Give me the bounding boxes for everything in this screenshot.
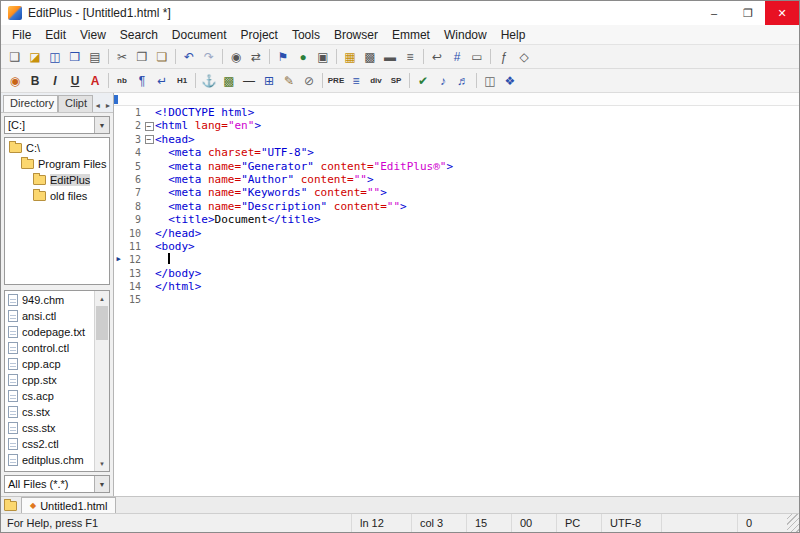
paste-button[interactable]: ❏ — [152, 47, 172, 67]
scrollbar-thumb[interactable] — [96, 306, 108, 340]
horizontal-rule-button[interactable]: — — [239, 71, 259, 91]
word-wrap-button[interactable]: ↩ — [427, 47, 447, 67]
editplus-logo-icon[interactable] — [8, 6, 22, 20]
document-selector-button[interactable]: ≡ — [400, 47, 420, 67]
tree-item[interactable]: EditPlus — [5, 172, 109, 188]
code-line[interactable]: 14</html> — [114, 280, 799, 293]
save-button[interactable]: ◫ — [45, 47, 65, 67]
code-line[interactable]: 8 <meta name="Description" content=""> — [114, 200, 799, 213]
code-lines[interactable]: 1<!DOCTYPE html>2−<html lang="en">3−<hea… — [114, 106, 799, 496]
file-item[interactable]: ansi.ctl — [5, 308, 94, 324]
tree-item[interactable]: C:\ — [5, 140, 109, 156]
replace-button[interactable]: ⇄ — [246, 47, 266, 67]
tab-cliptext[interactable]: Clipt — [58, 95, 93, 112]
new-view-button[interactable]: ❖ — [500, 71, 520, 91]
open-file-button[interactable]: ◪ — [25, 47, 45, 67]
drive-selector[interactable]: [C:] ▼ — [4, 116, 110, 134]
scrollbar-track[interactable] — [95, 306, 109, 456]
font-color-button[interactable]: A — [85, 71, 105, 91]
bold-button[interactable]: B — [25, 71, 45, 91]
file-item[interactable]: control.ctl — [5, 340, 94, 356]
nonbreaking-space-button[interactable]: nb — [112, 71, 132, 91]
audio-button[interactable]: ♪ — [433, 71, 453, 91]
code-line[interactable]: 7 <meta name="Keywords" content=""> — [114, 186, 799, 199]
menu-file[interactable]: File — [5, 26, 38, 44]
file-item[interactable]: cpp.stx — [5, 372, 94, 388]
menu-search[interactable]: Search — [113, 26, 165, 44]
menu-document[interactable]: Document — [165, 26, 234, 44]
toggle-bookmark-button[interactable]: ⚑ — [273, 47, 293, 67]
minimize-button[interactable]: – — [697, 1, 731, 25]
image-button[interactable]: ▩ — [219, 71, 239, 91]
output-window-button[interactable]: ▬ — [380, 47, 400, 67]
menu-project[interactable]: Project — [234, 26, 285, 44]
code-line[interactable]: 9 <title>Document</title> — [114, 213, 799, 226]
browser-preview-button[interactable]: ● — [293, 47, 313, 67]
cut-button[interactable]: ✂ — [112, 47, 132, 67]
menu-browser[interactable]: Browser — [327, 26, 385, 44]
line-break-button[interactable]: ↵ — [152, 71, 172, 91]
tab-scroll-left-button[interactable]: ◄ — [93, 98, 103, 112]
list-button[interactable]: ≡ — [346, 71, 366, 91]
document-tab-untitled1[interactable]: ◆ Untitled1.html — [21, 497, 116, 513]
tab-scroll-right-button[interactable]: ► — [103, 98, 113, 112]
cliptext-window-button[interactable]: ▩ — [360, 47, 380, 67]
editor-pane[interactable]: --------1--------2--------3--------4----… — [114, 93, 799, 496]
table-button[interactable]: ⊞ — [259, 71, 279, 91]
span-button[interactable]: SP — [386, 71, 406, 91]
file-item[interactable]: editplus.chm — [5, 452, 94, 468]
document-list-icon[interactable] — [4, 501, 17, 511]
code-line[interactable]: ▶12 — [114, 253, 799, 266]
browser-button[interactable]: ◉ — [5, 71, 25, 91]
code-line[interactable]: 15 — [114, 293, 799, 306]
video-button[interactable]: ♬ — [453, 71, 473, 91]
function-list-button[interactable]: ƒ — [494, 47, 514, 67]
new-document-button[interactable]: ❑ — [5, 47, 25, 67]
code-line[interactable]: 11<body> — [114, 240, 799, 253]
dropdown-arrow-icon[interactable]: ▼ — [94, 476, 109, 492]
menu-edit[interactable]: Edit — [38, 26, 73, 44]
file-item[interactable]: codepage.txt — [5, 324, 94, 340]
code-line[interactable]: 4 <meta charset="UTF-8"> — [114, 146, 799, 159]
new-browser-window-button[interactable]: ▣ — [313, 47, 333, 67]
file-item[interactable]: cs.acp — [5, 388, 94, 404]
underline-button[interactable]: U — [65, 71, 85, 91]
file-item[interactable]: 949.chm — [5, 292, 94, 308]
redo-button[interactable]: ↷ — [199, 47, 219, 67]
erase-button[interactable]: ⊘ — [299, 71, 319, 91]
file-item[interactable]: cpp.acp — [5, 356, 94, 372]
menu-tools[interactable]: Tools — [285, 26, 327, 44]
directory-window-button[interactable]: ▦ — [340, 47, 360, 67]
edit-button[interactable]: ✎ — [279, 71, 299, 91]
anchor-button[interactable]: ⚓ — [199, 71, 219, 91]
find-button[interactable]: ◉ — [226, 47, 246, 67]
line-numbers-button[interactable]: # — [447, 47, 467, 67]
file-filter-selector[interactable]: All Files (*.*) ▼ — [4, 475, 110, 493]
restore-button[interactable]: ❐ — [731, 1, 765, 25]
dropdown-arrow-icon[interactable]: ▼ — [94, 117, 109, 133]
paragraph-button[interactable]: ¶ — [132, 71, 152, 91]
code-line[interactable]: 3−<head> — [114, 133, 799, 146]
ruler-button[interactable]: ▭ — [467, 47, 487, 67]
code-line[interactable]: 1<!DOCTYPE html> — [114, 106, 799, 119]
code-line[interactable]: 13</body> — [114, 267, 799, 280]
monitor-clipboard-button[interactable]: ◇ — [514, 47, 534, 67]
file-item[interactable]: css.stx — [5, 420, 94, 436]
scroll-up-button[interactable]: ▲ — [95, 291, 109, 306]
syntax-check-button[interactable]: ✔ — [413, 71, 433, 91]
save-all-button[interactable]: ❒ — [65, 47, 85, 67]
close-button[interactable]: ✕ — [765, 1, 799, 25]
tab-directory[interactable]: Directory — [3, 95, 58, 112]
undo-button[interactable]: ↶ — [179, 47, 199, 67]
fold-toggle-icon[interactable]: − — [143, 133, 155, 146]
menu-help[interactable]: Help — [494, 26, 533, 44]
menu-view[interactable]: View — [73, 26, 113, 44]
tree-item[interactable]: Program Files — [5, 156, 109, 172]
code-line[interactable]: 5 <meta name="Generator" content="EditPl… — [114, 160, 799, 173]
file-item[interactable]: css2.ctl — [5, 436, 94, 452]
code-line[interactable]: 2−<html lang="en"> — [114, 119, 799, 132]
menu-emmet[interactable]: Emmet — [385, 26, 437, 44]
code-line[interactable]: 10</head> — [114, 227, 799, 240]
preformatted-button[interactable]: PRE — [326, 71, 346, 91]
menu-window[interactable]: Window — [437, 26, 494, 44]
